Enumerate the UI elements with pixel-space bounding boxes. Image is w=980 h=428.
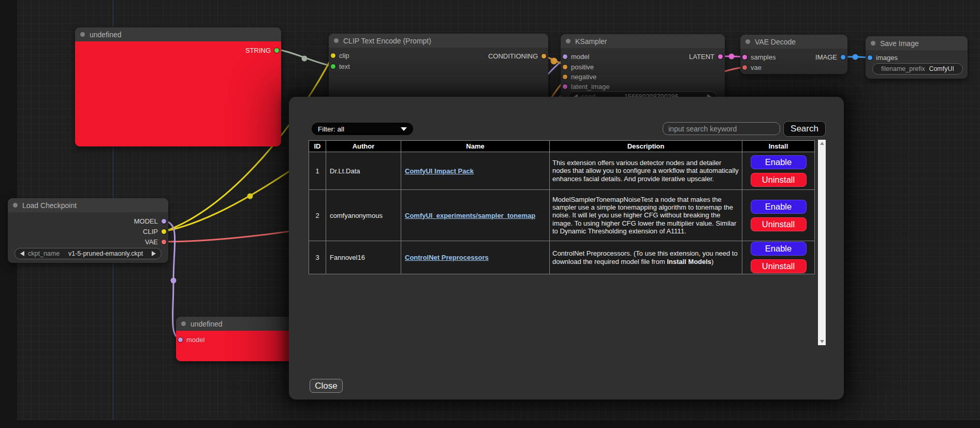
conditioning-port-dot-icon[interactable] — [563, 75, 567, 79]
port-label: negative — [571, 73, 596, 81]
cell-description: ControlNet Preprocessors. (To use this e… — [550, 241, 742, 274]
output-port-latent[interactable]: LATENT — [689, 53, 723, 60]
install-button-group: EnableUninstall — [744, 155, 812, 187]
output-port-clip[interactable]: CLIP — [143, 228, 166, 235]
output-port-string[interactable]: STRING — [245, 47, 279, 54]
input-port-model[interactable]: model — [563, 53, 589, 60]
node-body: MODEL CLIP VAE ckpt_name v1-5-pruned-ema… — [8, 212, 168, 263]
enable-button[interactable]: Enable — [751, 155, 807, 169]
collapse-dot-icon[interactable] — [871, 41, 875, 46]
extension-row: 2comfyanonymousComfyUI_experiments/sampl… — [309, 190, 815, 241]
extension-link[interactable]: ControlNet Preprocessors — [405, 254, 489, 261]
node-title-bar[interactable]: CLIP Text Encode (Prompt) — [329, 34, 548, 48]
node-title: undefined — [90, 31, 122, 39]
scroll-down-arrow-icon[interactable] — [820, 340, 824, 343]
node-title-bar[interactable]: Save Image — [866, 36, 968, 50]
collapse-dot-icon[interactable] — [334, 38, 339, 43]
output-port-conditioning[interactable]: CONDITIONING — [488, 52, 546, 60]
input-port-text[interactable]: text — [331, 63, 350, 70]
latent-port-dot-icon[interactable] — [563, 84, 567, 89]
cell-id: 3 — [309, 241, 326, 274]
input-port-vae[interactable]: vae — [742, 64, 762, 71]
node-title-bar[interactable]: KSampler — [561, 34, 725, 48]
node-title-bar[interactable]: VAE Decode — [740, 35, 847, 49]
node-title-bar[interactable]: undefined — [75, 27, 281, 41]
column-header-author: Author — [326, 141, 401, 152]
node-vae-decode[interactable]: VAE Decode samples vae IMAGE — [740, 35, 847, 74]
column-header-name: Name — [401, 141, 550, 152]
collapse-dot-icon[interactable] — [566, 39, 571, 43]
enable-button[interactable]: Enable — [751, 242, 807, 256]
input-port-positive[interactable]: positive — [563, 63, 594, 70]
vae-port-dot-icon[interactable] — [742, 65, 747, 70]
input-port-model[interactable]: model — [178, 336, 204, 343]
input-port-negative[interactable]: negative — [563, 73, 596, 80]
search-input[interactable] — [663, 122, 780, 135]
model-port-dot-icon[interactable] — [178, 337, 183, 342]
output-port-model[interactable]: MODEL — [134, 217, 166, 225]
install-button-group: EnableUninstall — [744, 242, 812, 273]
output-port-vae[interactable]: VAE — [145, 238, 166, 245]
node-title-bar[interactable]: Load Checkpoint — [8, 198, 168, 212]
node-body: images filename_prefix ComfyUI — [866, 50, 968, 79]
clip-port-dot-icon[interactable] — [331, 53, 335, 58]
input-port-images[interactable]: images — [868, 54, 898, 61]
string-port-dot-icon[interactable] — [274, 48, 279, 53]
cell-author: Dr.Lt.Data — [326, 152, 401, 190]
vae-port-dot-icon[interactable] — [162, 240, 166, 244]
node-undefined-top[interactable]: undefined STRING — [75, 27, 281, 146]
table-scrollbar[interactable] — [818, 140, 826, 345]
uninstall-button[interactable]: Uninstall — [751, 173, 807, 187]
node-title: Load Checkpoint — [22, 201, 77, 210]
collapse-dot-icon[interactable] — [181, 321, 186, 326]
input-port-latent-image[interactable]: latent_image — [563, 83, 609, 90]
extension-link[interactable]: ComfyUI_experiments/sampler_tonemap — [405, 212, 535, 219]
model-port-dot-icon[interactable] — [563, 54, 567, 59]
filter-select[interactable]: Filter: all — [312, 123, 413, 135]
model-port-dot-icon[interactable] — [162, 219, 166, 224]
enable-button[interactable]: Enable — [751, 200, 807, 214]
decrement-arrow-icon[interactable] — [20, 251, 24, 256]
conditioning-port-dot-icon[interactable] — [563, 65, 567, 69]
scroll-up-arrow-icon[interactable] — [820, 142, 824, 145]
collapse-dot-icon[interactable] — [80, 32, 85, 37]
chevron-down-icon — [401, 127, 407, 131]
ckpt-name-widget[interactable]: ckpt_name v1-5-pruned-emaonly.ckpt — [14, 248, 162, 259]
description-text: This extension offers various detector n… — [552, 159, 739, 183]
input-port-clip[interactable]: clip — [331, 52, 349, 59]
string-port-dot-icon[interactable] — [331, 64, 335, 69]
node-body: samples vae IMAGE — [740, 49, 847, 74]
column-header-description: Description — [550, 141, 742, 152]
port-label: MODEL — [134, 217, 158, 225]
extension-manager-dialog: Filter: all Search IDAuthorNameDescripti… — [289, 97, 844, 400]
image-port-dot-icon[interactable] — [841, 55, 845, 60]
cell-id: 1 — [309, 152, 326, 190]
search-button[interactable]: Search — [783, 121, 826, 137]
collapse-dot-icon[interactable] — [13, 203, 18, 208]
increment-arrow-icon[interactable] — [152, 251, 156, 256]
node-title: VAE Decode — [755, 38, 796, 46]
node-load-checkpoint[interactable]: Load Checkpoint MODEL CLIP VAE ckpt_name… — [8, 198, 168, 263]
widget-value[interactable]: ComfyUI — [929, 65, 954, 72]
node-save-image[interactable]: Save Image images filename_prefix ComfyU… — [866, 36, 968, 79]
latent-port-dot-icon[interactable] — [742, 55, 747, 60]
conditioning-port-dot-icon[interactable] — [542, 54, 546, 58]
cell-name: ComfyUI_experiments/sampler_tonemap — [401, 190, 550, 241]
collapse-dot-icon[interactable] — [745, 39, 750, 44]
port-label: VAE — [145, 238, 158, 246]
uninstall-button[interactable]: Uninstall — [751, 217, 807, 231]
uninstall-button[interactable]: Uninstall — [751, 259, 807, 273]
widget-value[interactable]: v1-5-pruned-emaonly.ckpt — [68, 250, 143, 257]
output-port-image[interactable]: IMAGE — [815, 53, 845, 61]
latent-port-dot-icon[interactable] — [718, 54, 723, 59]
input-port-samples[interactable]: samples — [742, 53, 776, 61]
port-label: images — [876, 54, 898, 62]
filter-select-value: Filter: all — [318, 125, 344, 133]
clip-port-dot-icon[interactable] — [162, 229, 166, 234]
node-body: STRING — [75, 41, 281, 146]
close-button[interactable]: Close — [310, 379, 343, 393]
image-port-dot-icon[interactable] — [868, 55, 872, 60]
extension-link[interactable]: ComfyUI Impact Pack — [405, 167, 474, 175]
port-label: CLIP — [143, 228, 158, 235]
filename-prefix-widget[interactable]: filename_prefix ComfyUI — [872, 63, 963, 75]
